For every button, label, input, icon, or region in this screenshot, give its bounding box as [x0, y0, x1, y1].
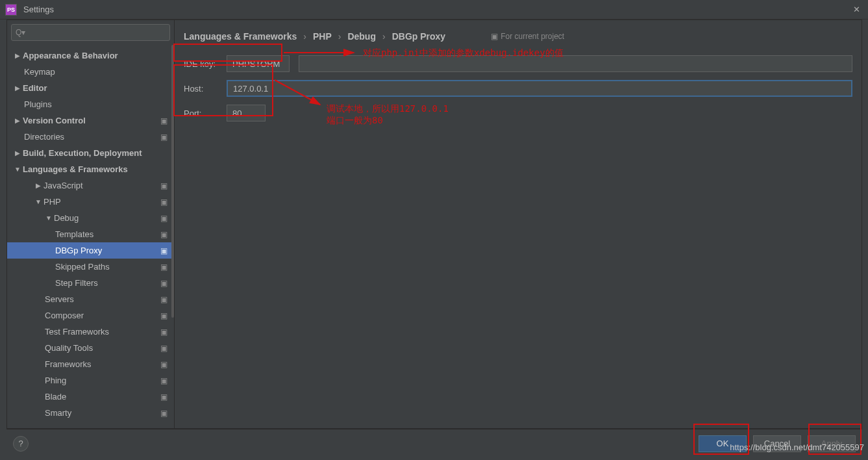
app-icon: PS	[5, 4, 17, 16]
project-scope-icon: ▣	[160, 279, 167, 288]
ide-key-input[interactable]	[227, 55, 290, 72]
breadcrumb-debug[interactable]: Debug	[347, 31, 376, 42]
project-scope-icon: ▣	[491, 32, 498, 41]
project-scope-icon: ▣	[160, 133, 167, 142]
project-scope-icon: ▣	[160, 262, 167, 272]
chevron-right-icon: ›	[338, 31, 341, 42]
breadcrumb-dbgp: DBGp Proxy	[392, 31, 445, 42]
tree-dbgp-proxy[interactable]: DBGp Proxy▣	[7, 242, 174, 259]
project-scope-icon: ▣	[160, 116, 167, 125]
tree-servers[interactable]: Servers▣	[7, 291, 174, 307]
tree-directories[interactable]: Directories▣	[7, 129, 174, 145]
project-scope-icon: ▣	[160, 295, 167, 304]
settings-tree: ▶Appearance & Behavior Keymap ▶Editor Pl…	[7, 44, 174, 428]
tree-composer[interactable]: Composer▣	[7, 307, 174, 324]
breadcrumb: Languages & Frameworks › PHP › Debug › D…	[184, 27, 852, 46]
settings-content: Languages & Frameworks › PHP › Debug › D…	[175, 20, 862, 428]
tree-keymap[interactable]: Keymap	[7, 64, 174, 80]
host-input[interactable]	[227, 80, 852, 97]
project-scope-label: ▣ For current project	[491, 32, 564, 41]
tree-templates[interactable]: Templates▣	[7, 226, 174, 242]
tree-step-filters[interactable]: Step Filters▣	[7, 275, 174, 291]
titlebar: PS Settings ✕	[0, 0, 868, 19]
tree-debug[interactable]: ▼Debug▣	[7, 210, 174, 226]
search-input[interactable]: Q▾	[11, 24, 170, 41]
breadcrumb-php[interactable]: PHP	[313, 31, 332, 42]
project-scope-icon: ▣	[160, 376, 167, 385]
annotation-text-ide: 对应php.ini中添加的参数xdebug.idekey的值	[363, 47, 564, 59]
ide-key-label: IDE key:	[184, 59, 219, 69]
tree-frameworks[interactable]: Frameworks▣	[7, 356, 174, 372]
annotation-text-host-1: 调试本地，所以用127.0.0.1	[327, 103, 449, 115]
project-scope-icon: ▣	[160, 409, 167, 418]
dialog-body: Q▾ ▶Appearance & Behavior Keymap ▶Editor…	[6, 19, 862, 429]
tree-editor[interactable]: ▶Editor	[7, 80, 174, 96]
tree-langfw[interactable]: ▼Languages & Frameworks	[7, 161, 174, 177]
tree-plugins[interactable]: Plugins	[7, 96, 174, 112]
chevron-right-icon: ›	[303, 31, 306, 42]
tree-test-frameworks[interactable]: Test Frameworks▣	[7, 324, 174, 340]
sidebar-scrollbar[interactable]	[171, 44, 174, 426]
project-scope-icon: ▣	[160, 214, 167, 223]
search-icon: Q▾	[16, 28, 25, 37]
tree-php[interactable]: ▼PHP▣	[7, 194, 174, 210]
project-scope-icon: ▣	[160, 181, 167, 190]
tree-skipped-paths[interactable]: Skipped Paths▣	[7, 259, 174, 275]
breadcrumb-langfw[interactable]: Languages & Frameworks	[184, 31, 297, 42]
chevron-right-icon: ›	[382, 31, 386, 42]
project-scope-icon: ▣	[160, 198, 167, 207]
tree-vcs[interactable]: ▶Version Control▣	[7, 112, 174, 129]
tree-javascript[interactable]: ▶JavaScript▣	[7, 177, 174, 194]
project-scope-icon: ▣	[160, 246, 167, 255]
tree-phing[interactable]: Phing▣	[7, 372, 174, 389]
project-scope-icon: ▣	[160, 230, 167, 239]
window-title: Settings	[23, 5, 54, 14]
tree-blade[interactable]: Blade▣	[7, 389, 174, 405]
port-input[interactable]	[227, 105, 266, 121]
project-scope-icon: ▣	[160, 392, 167, 402]
tree-smarty[interactable]: Smarty▣	[7, 405, 174, 421]
help-button[interactable]: ?	[13, 436, 29, 452]
close-icon[interactable]: ✕	[850, 3, 863, 16]
tree-quality-tools[interactable]: Quality Tools▣	[7, 340, 174, 356]
project-scope-icon: ▣	[160, 327, 167, 337]
project-scope-icon: ▣	[160, 344, 167, 353]
watermark: https://blog.csdn.net/dmt742055597	[730, 442, 864, 452]
port-label: Port:	[184, 109, 219, 118]
project-scope-icon: ▣	[160, 360, 167, 369]
project-scope-icon: ▣	[160, 311, 167, 320]
tree-appearance[interactable]: ▶Appearance & Behavior	[7, 47, 174, 64]
annotation-text-host-2: 端口一般为80	[327, 115, 383, 127]
host-label: Host:	[184, 84, 219, 94]
settings-sidebar: Q▾ ▶Appearance & Behavior Keymap ▶Editor…	[7, 20, 175, 428]
tree-build[interactable]: ▶Build, Execution, Deployment	[7, 145, 174, 161]
